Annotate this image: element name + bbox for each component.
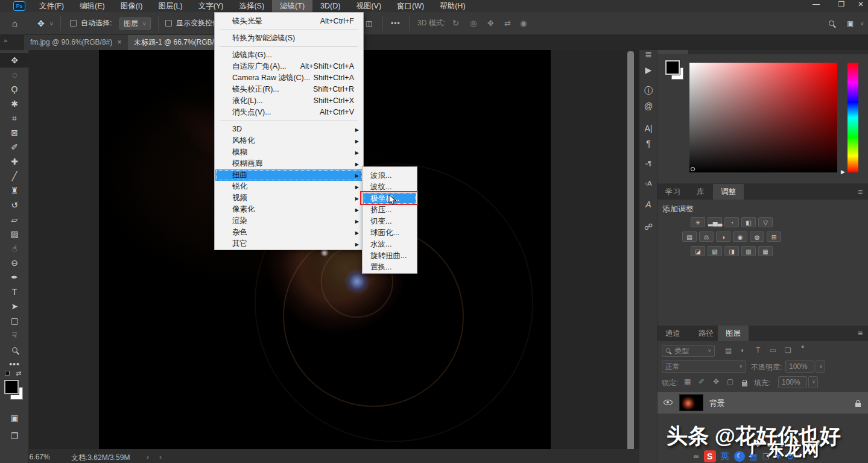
brush-tool[interactable]: ╱: [0, 169, 29, 183]
status-next-icon[interactable]: ›: [147, 453, 149, 461]
lock-transparent-icon[interactable]: ▦: [684, 377, 691, 386]
menu-filter[interactable]: 滤镜(T): [272, 0, 312, 12]
filter-toggle-icon[interactable]: ●: [801, 344, 804, 350]
keyboard-icon[interactable]: ▦: [750, 452, 758, 461]
menu-item-render[interactable]: 渲染▶: [215, 215, 363, 227]
dodge-tool[interactable]: ⊖: [0, 256, 29, 270]
slice-tool[interactable]: ⊠: [0, 125, 29, 140]
color-fg-swatch[interactable]: [665, 60, 680, 75]
toolbar-collapse-icon[interactable]: »: [4, 37, 7, 44]
clone-stamp-tool[interactable]: ♜: [0, 183, 29, 198]
menu-edit[interactable]: 编辑(E): [72, 0, 113, 12]
document-tab[interactable]: fm.jpg @ 90.6%(RGB/8#) ×: [24, 35, 128, 50]
quick-selection-tool[interactable]: ✱: [0, 96, 29, 111]
tab-close-icon[interactable]: ×: [118, 38, 122, 46]
tab-channels[interactable]: 通道: [657, 326, 688, 341]
quick-mask-icon[interactable]: ▣: [0, 411, 29, 425]
tab-learn[interactable]: 学习: [657, 184, 688, 200]
home-icon[interactable]: ⌂: [12, 18, 17, 28]
eraser-tool[interactable]: ▱: [0, 212, 29, 227]
default-swatches-icon[interactable]: [5, 371, 10, 376]
document-info[interactable]: 文档:3.62M/3.59M: [71, 453, 130, 463]
saturation-square[interactable]: [689, 63, 837, 172]
photo-filter-icon[interactable]: ◉: [733, 232, 747, 242]
menu-item-noise[interactable]: 杂色▶: [215, 227, 363, 238]
channel-mixer-icon[interactable]: ◍: [750, 232, 764, 242]
panel-menu-icon[interactable]: ≡: [858, 329, 863, 338]
menu-item-filter-gallery[interactable]: 滤镜库(G)...: [215, 49, 363, 61]
menu-item-camera-raw[interactable]: Camera Raw 滤镜(C)... Shift+Ctrl+A: [215, 72, 363, 84]
workspace-chevron-icon[interactable]: ∨: [860, 20, 864, 27]
menu-item-lens-correction[interactable]: 镜头校正(R)... Shift+Ctrl+R: [215, 84, 363, 95]
info-panel-icon[interactable]: ⓘ: [639, 86, 657, 96]
show-transform-checkbox[interactable]: [165, 20, 172, 27]
3d-slide-icon[interactable]: ⇄: [504, 19, 511, 28]
menu-item-video[interactable]: 视频▶: [215, 192, 363, 204]
align-distribute-icon[interactable]: ◫: [366, 19, 372, 28]
opacity-field[interactable]: 100%: [785, 361, 814, 373]
filter-pixel-icon[interactable]: ▤: [725, 346, 732, 354]
submenu-item-spherize[interactable]: 球面化...: [363, 227, 416, 239]
brightness-contrast-icon[interactable]: ☀: [691, 217, 705, 227]
preset-chevron-icon[interactable]: ∨: [49, 20, 54, 27]
history-panel-icon[interactable]: ≣: [639, 49, 657, 59]
submenu-item-wave[interactable]: 波浪...: [363, 170, 416, 181]
type-tool[interactable]: T: [0, 285, 29, 299]
link-icon[interactable]: ∞: [694, 452, 699, 461]
auto-select-chevron-icon[interactable]: ∨: [142, 20, 147, 27]
properties-panel-icon[interactable]: ☍: [639, 222, 657, 232]
layer-lock-icon[interactable]: [855, 403, 861, 407]
moon-icon[interactable]: ☾: [734, 451, 745, 462]
menu-item-adaptive-wide-angle[interactable]: 自适应广角(A)... Alt+Shift+Ctrl+A: [215, 61, 363, 72]
fill-chevron-icon[interactable]: ∨: [808, 376, 818, 388]
submenu-item-twirl[interactable]: 旋转扭曲...: [363, 250, 416, 262]
selective-color-icon[interactable]: ▦: [758, 246, 773, 256]
filter-shape-icon[interactable]: ▭: [770, 346, 776, 354]
menu-type[interactable]: 文字(Y): [191, 0, 232, 12]
hue-slider[interactable]: [847, 63, 858, 172]
more-options-icon[interactable]: •••: [391, 19, 401, 28]
3d-camera-icon[interactable]: ◉: [520, 19, 527, 28]
paragraph-styles-panel-icon[interactable]: ▫¶: [639, 160, 657, 167]
menu-help[interactable]: 帮助(H): [432, 0, 473, 12]
menu-image[interactable]: 图像(I): [113, 0, 151, 12]
minimize-button[interactable]: —: [807, 0, 825, 8]
lock-artboard-icon[interactable]: ▢: [727, 377, 733, 386]
screen-mode-icon[interactable]: ❐: [0, 429, 29, 443]
color-balance-icon[interactable]: ⚖: [699, 232, 714, 242]
3d-pan-icon[interactable]: ✥: [487, 19, 494, 28]
lock-move-icon[interactable]: ✥: [713, 377, 719, 386]
submenu-item-zigzag[interactable]: 水波...: [363, 239, 416, 250]
paragraph-panel-icon[interactable]: ¶: [639, 139, 657, 148]
panel-menu-icon[interactable]: ≡: [858, 187, 863, 197]
edit-toolbar-icon[interactable]: •••: [0, 357, 29, 371]
actions-panel-icon[interactable]: ▶: [639, 65, 657, 75]
filter-type-icon[interactable]: T: [756, 346, 760, 354]
zoom-tool[interactable]: [0, 342, 29, 357]
healing-brush-tool[interactable]: ✚: [0, 154, 29, 169]
search-icon[interactable]: [829, 20, 834, 26]
threshold-icon[interactable]: ◨: [724, 246, 739, 256]
menu-item-liquify[interactable]: 液化(L)... Shift+Ctrl+X: [215, 95, 363, 107]
move-tool[interactable]: ✥: [0, 53, 29, 68]
submenu-item-displace[interactable]: 置换...: [363, 262, 416, 273]
saturation-cursor[interactable]: [691, 167, 695, 171]
move-tool-preset-icon[interactable]: ✥: [37, 19, 45, 28]
hue-slider-marker[interactable]: ▶: [841, 169, 845, 175]
lasso-tool[interactable]: Ϙ: [0, 82, 29, 96]
fill-field[interactable]: 100%: [778, 376, 807, 388]
layer-row[interactable]: 背景: [657, 392, 868, 414]
levels-icon[interactable]: ▂▅▃: [708, 217, 722, 227]
menu-layer[interactable]: 图层(L): [150, 0, 190, 12]
glyphs-panel-icon[interactable]: A: [639, 200, 657, 209]
crop-tool[interactable]: ⌗: [0, 111, 29, 125]
exposure-icon[interactable]: ◧: [741, 217, 756, 227]
menu-item-blur-gallery[interactable]: 模糊画廊▶: [215, 158, 363, 169]
restore-button[interactable]: ❐: [832, 0, 851, 8]
ime-logo-icon[interactable]: S: [704, 450, 716, 462]
zoom-level[interactable]: 66.67%: [25, 453, 50, 461]
auto-select-checkbox[interactable]: [70, 20, 77, 27]
tab-adjustments[interactable]: 调整: [713, 184, 744, 200]
layer-visibility-icon[interactable]: [664, 400, 673, 405]
history-brush-tool[interactable]: ↺: [0, 198, 29, 212]
